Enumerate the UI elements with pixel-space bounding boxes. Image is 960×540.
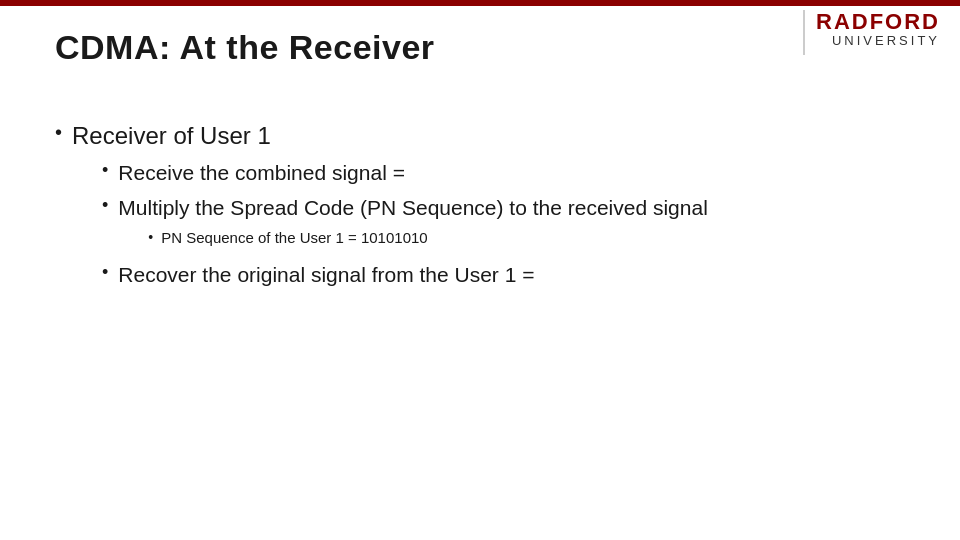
bullet-l2-receive: • Receive the combined signal = xyxy=(102,159,708,186)
bullet-l3-dot-pn: • xyxy=(148,229,153,245)
bullet-l1-text: Receiver of User 1 xyxy=(72,122,271,149)
logo-radford: RADFORD xyxy=(816,10,940,34)
sub-sub-bullets: • PN Sequence of the User 1 = 10101010 xyxy=(148,228,708,248)
bullet-l2-text-receive: Receive the combined signal = xyxy=(118,159,405,186)
content-area: • Receiver of User 1 • Receive the combi… xyxy=(55,120,900,309)
bullet-l3-pn: • PN Sequence of the User 1 = 10101010 xyxy=(148,228,708,248)
bullet-l2-recover: • Recover the original signal from the U… xyxy=(102,261,708,288)
bullet-l2-text-multiply: Multiply the Spread Code (PN Sequence) t… xyxy=(118,196,708,219)
bullet-l2-multiply: • Multiply the Spread Code (PN Sequence)… xyxy=(102,194,708,253)
top-bar xyxy=(0,0,960,6)
bullet-l3-text-pn: PN Sequence of the User 1 = 10101010 xyxy=(161,228,427,248)
bullet-l1-dot: • xyxy=(55,121,62,144)
slide-title: CDMA: At the Receiver xyxy=(55,28,435,67)
bullet-l2-dot-recover: • xyxy=(102,262,108,283)
bullet-l2-text-recover: Recover the original signal from the Use… xyxy=(118,261,534,288)
logo-university: UNIVERSITY xyxy=(816,34,940,48)
bullet-l1-receiver: • Receiver of User 1 • Receive the combi… xyxy=(55,120,900,297)
logo-divider xyxy=(803,10,805,55)
logo-area: RADFORD UNIVERSITY xyxy=(816,10,940,48)
sub-bullets: • Receive the combined signal = • Multip… xyxy=(102,159,708,288)
bullet-l2-dot-receive: • xyxy=(102,160,108,181)
bullet-l2-dot-multiply: • xyxy=(102,195,108,216)
